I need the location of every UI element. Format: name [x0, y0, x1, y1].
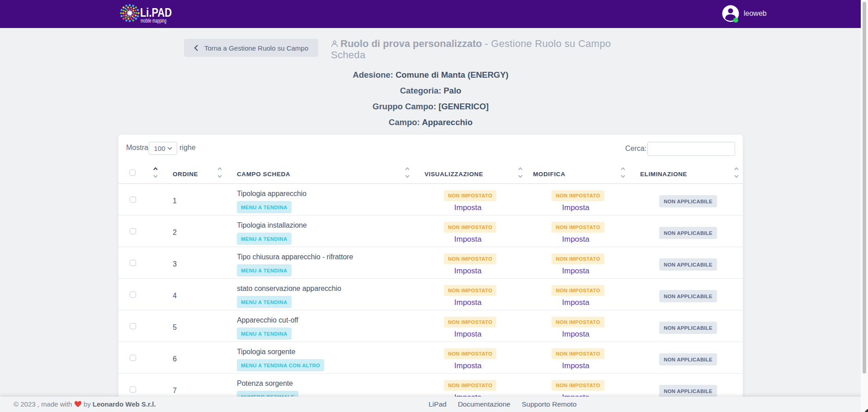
- svg-text:mobile mapping: mobile mapping: [141, 18, 166, 24]
